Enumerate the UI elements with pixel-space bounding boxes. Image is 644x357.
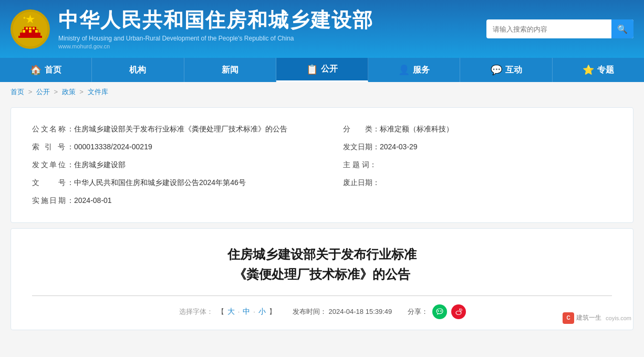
svg-point-15: [438, 310, 439, 311]
nav-label-interact: 互动: [505, 65, 522, 76]
svg-point-16: [441, 310, 442, 311]
main-navigation: 🏠 首页 机构 新闻 📋 公开 👤 服务 💬 互动 ⭐ 专题: [0, 58, 644, 82]
article-title: 住房城乡建设部关于发布行业标准 《粪便处理厂技术标准》的公告: [32, 244, 612, 285]
font-size-small[interactable]: 小: [258, 307, 266, 317]
doc-issuer-label: 发文单位：: [32, 160, 74, 170]
doc-expiry-label: 废止日期：: [343, 178, 380, 188]
nav-item-interact[interactable]: 💬 互动: [460, 58, 552, 82]
search-area: 🔍: [486, 19, 633, 38]
publish-time: 发布时间： 2024-04-18 15:39:49: [293, 307, 392, 317]
nav-item-institution[interactable]: 机构: [92, 58, 184, 82]
doc-issuer-row: 发文单位： 住房城乡建设部: [32, 156, 322, 174]
special-icon: ⭐: [583, 64, 594, 76]
svg-point-17: [456, 311, 461, 314]
breadcrumb-filelib[interactable]: 文件库: [88, 88, 108, 96]
doc-subject-label: 主 题 词：: [343, 160, 377, 170]
nav-label-open: 公开: [321, 64, 338, 75]
doc-number-value: 中华人民共和国住房和城乡建设部公告2024年第46号: [74, 178, 246, 188]
article-title-line1: 住房城乡建设部关于发布行业标准: [32, 244, 612, 264]
font-size-label: 选择字体：: [179, 307, 213, 317]
doc-index-row: 索 引 号： 000013338/2024-00219: [32, 138, 322, 156]
share-label: 分享：: [408, 307, 428, 317]
article-title-line2: 《粪便处理厂技术标准》的公告: [32, 264, 612, 284]
doc-effective-value: 2024-08-01: [74, 196, 112, 205]
search-button[interactable]: 🔍: [611, 19, 633, 38]
breadcrumb-home[interactable]: 首页: [11, 88, 24, 96]
content-card: 住房城乡建设部关于发布行业标准 《粪便处理厂技术标准》的公告 选择字体： 【 大…: [11, 228, 633, 330]
doc-expiry-row: 废止日期：: [343, 174, 612, 192]
svg-point-18: [460, 309, 462, 311]
site-url: www.mohurd.gov.cn: [58, 43, 373, 49]
doc-title-row: 公文名称： 住房城乡建设部关于发布行业标准《粪便处理厂技术标准》的公告: [32, 120, 322, 138]
service-icon: 👤: [398, 64, 410, 76]
breadcrumb: 首页 > 公开 > 政策 > 文件库: [0, 82, 644, 102]
doc-category-row: 分 类： 标准定额（标准科技）: [343, 120, 612, 138]
nav-label-service: 服务: [413, 65, 430, 76]
share-weibo-button[interactable]: [451, 304, 466, 319]
breadcrumb-policy[interactable]: 政策: [62, 88, 76, 96]
watermark-text: 建筑一生: [576, 313, 601, 322]
watermark-logo: C: [563, 312, 574, 324]
svg-rect-9: [26, 27, 28, 29]
share-wechat-button[interactable]: [432, 304, 447, 319]
share-section: 分享：: [408, 304, 466, 319]
page-header: 中华人民共和国住房和城乡建设部 Ministry of Housing and …: [0, 0, 644, 58]
font-size-selector: 选择字体： 【 大 · 中 · 小 】: [178, 307, 277, 317]
doc-issue-date-row: 发文日期： 2024-03-29: [343, 138, 612, 156]
doc-issue-date-label: 发文日期：: [343, 142, 380, 152]
header-branding: 中华人民共和国住房和城乡建设部 Ministry of Housing and …: [11, 8, 373, 49]
doc-effective-row: 实施日期： 2024-08-01: [32, 192, 322, 210]
publish-time-value: 2024-04-18 15:39:49: [329, 308, 392, 315]
nav-label-institution: 机构: [129, 65, 146, 76]
document-info-card: 公文名称： 住房城乡建设部关于发布行业标准《粪便处理厂技术标准》的公告 索 引 …: [11, 107, 633, 223]
svg-rect-11: [29, 27, 32, 29]
nav-label-special: 专题: [597, 65, 614, 76]
breadcrumb-open[interactable]: 公开: [36, 88, 50, 96]
doc-issuer-value: 住房城乡建设部: [74, 160, 126, 170]
content-meta: 选择字体： 【 大 · 中 · 小 】 发布时间： 2024-04-18 15:…: [32, 304, 612, 319]
nav-item-service[interactable]: 👤 服务: [368, 58, 460, 82]
watermark-subtext: coyis.com: [606, 315, 631, 321]
nav-item-home[interactable]: 🏠 首页: [0, 58, 92, 82]
svg-rect-8: [35, 30, 38, 33]
nav-item-news[interactable]: 新闻: [184, 58, 276, 82]
header-title-block: 中华人民共和国住房和城乡建设部 Ministry of Housing and …: [58, 8, 373, 49]
doc-subject-row: 主 题 词：: [343, 156, 612, 174]
doc-number-row: 文 号： 中华人民共和国住房和城乡建设部公告2024年第46号: [32, 174, 322, 192]
nav-item-special[interactable]: ⭐ 专题: [553, 58, 644, 82]
site-title-chinese: 中华人民共和国住房和城乡建设部: [58, 8, 373, 33]
site-title-english: Ministry of Housing and Urban-Rural Deve…: [58, 35, 373, 42]
svg-rect-7: [29, 30, 32, 33]
doc-index-label: 索 引 号：: [32, 142, 74, 152]
search-box: 🔍: [486, 19, 633, 38]
doc-title-value: 住房城乡建设部关于发布行业标准《粪便处理厂技术标准》的公告: [74, 125, 287, 134]
publish-time-label: 发布时间：: [293, 308, 327, 315]
font-size-medium[interactable]: 中: [243, 307, 250, 317]
search-input[interactable]: [486, 25, 611, 33]
svg-rect-5: [18, 36, 42, 38]
wechat-icon: [435, 308, 444, 316]
doc-issue-date-value: 2024-03-29: [380, 142, 418, 151]
nav-item-open[interactable]: 📋 公开: [276, 58, 368, 82]
svg-point-19: [459, 309, 460, 310]
doc-category-label: 分 类：: [343, 125, 380, 134]
doc-number-label: 文 号：: [32, 178, 74, 188]
watermark: C 建筑一生 coyis.com: [563, 312, 631, 324]
national-emblem: [11, 9, 50, 49]
nav-label-news: 新闻: [222, 65, 238, 76]
doc-index-value: 000013338/2024-00219: [74, 142, 152, 151]
font-size-large[interactable]: 大: [227, 307, 235, 317]
content-divider: [32, 295, 612, 296]
open-icon: 📋: [306, 64, 318, 75]
doc-title-label: 公文名称：: [32, 125, 74, 134]
interact-icon: 💬: [491, 64, 502, 76]
home-icon: 🏠: [30, 64, 41, 76]
nav-label-home: 首页: [45, 65, 61, 76]
doc-category-value: 标准定额（标准科技）: [380, 125, 453, 134]
doc-effective-label: 实施日期：: [32, 196, 74, 206]
svg-rect-10: [33, 27, 35, 29]
svg-rect-6: [23, 30, 25, 33]
weibo-icon: [454, 308, 463, 316]
